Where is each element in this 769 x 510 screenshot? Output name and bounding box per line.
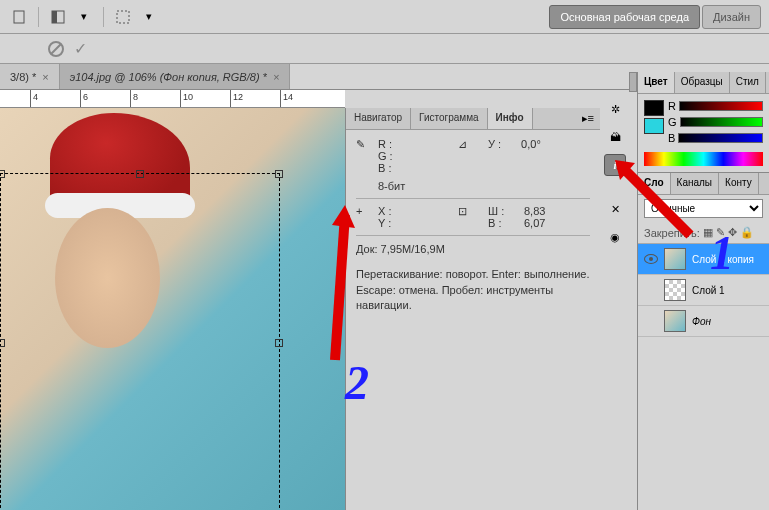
ruler-tick: 14 xyxy=(280,90,293,108)
mini-toolbar: ✲ 🏔 i ✕ ◉ xyxy=(600,92,630,254)
g-label: G : xyxy=(378,150,398,162)
svg-rect-2 xyxy=(52,11,57,23)
tools-icon[interactable]: ✕ xyxy=(604,198,626,220)
confirm-icon[interactable]: ✓ xyxy=(74,39,87,58)
y-label: Y : xyxy=(378,217,398,229)
layers-panel: Сло Каналы Конту Обычные Закрепить: ▦ ✎ … xyxy=(638,173,769,337)
info-icon[interactable]: i xyxy=(604,154,626,176)
svg-rect-3 xyxy=(117,11,129,23)
divider xyxy=(356,198,590,199)
workspace-main-button[interactable]: Основная рабочая среда xyxy=(549,5,700,29)
clone-icon[interactable]: ◉ xyxy=(604,226,626,248)
tab-channels[interactable]: Каналы xyxy=(671,173,720,194)
b-slider[interactable] xyxy=(678,133,763,143)
dropdown-icon[interactable]: ▾ xyxy=(73,6,95,28)
layer-row[interactable]: Слой 1 копия xyxy=(638,244,769,275)
layout-icon-1[interactable] xyxy=(47,6,69,28)
tab-color[interactable]: Цвет xyxy=(638,72,675,93)
visibility-icon[interactable] xyxy=(644,254,658,264)
transform-handle[interactable] xyxy=(275,170,283,178)
angle-icon: ⊿ xyxy=(458,138,476,174)
tab-info[interactable]: Инфо xyxy=(488,108,533,129)
layer-name: Слой 1 xyxy=(692,285,725,296)
angle-label: У : xyxy=(488,138,501,174)
doc-size: Док: 7,95M/16,9M xyxy=(356,242,590,257)
r-label: R : xyxy=(378,138,398,150)
annotation-number-2: 2 xyxy=(345,355,369,410)
hint-text: Перетаскивание: поворот. Enter: выполнен… xyxy=(356,267,590,313)
info-panel: Навигатор Гистограмма Инфо ▸≡ ✎ R : G : … xyxy=(345,108,600,510)
r-slider-label: R xyxy=(668,100,676,112)
x-label: X : xyxy=(378,205,398,217)
mountain-icon[interactable]: 🏔 xyxy=(604,126,626,148)
panel-menu-icon[interactable]: ▸≡ xyxy=(576,108,600,129)
b-label: B : xyxy=(378,162,398,174)
angle-value: 0,0° xyxy=(521,138,541,174)
tab-navigator[interactable]: Навигатор xyxy=(346,108,411,129)
ruler-tick: 6 xyxy=(80,90,88,108)
tab-layers[interactable]: Сло xyxy=(638,173,671,194)
r-slider[interactable] xyxy=(679,101,763,111)
file-icon[interactable] xyxy=(8,6,30,28)
layer-thumbnail xyxy=(664,310,686,332)
blend-mode-select[interactable]: Обычные xyxy=(644,199,763,218)
lock-label: Закрепить: xyxy=(644,227,700,239)
transform-handle[interactable] xyxy=(0,339,5,347)
cancel-icon[interactable] xyxy=(48,41,64,57)
w-label: Ш : xyxy=(488,205,508,217)
layer-name: Фон xyxy=(692,316,711,327)
document-tab-1[interactable]: 3/8) * × xyxy=(0,64,60,89)
h-label: В : xyxy=(488,217,508,229)
close-icon[interactable]: × xyxy=(273,71,279,83)
close-icon[interactable]: × xyxy=(42,71,48,83)
canvas[interactable] xyxy=(0,108,345,510)
ruler-tick: 12 xyxy=(230,90,243,108)
divider xyxy=(103,7,104,27)
image-content xyxy=(0,108,345,510)
transform-selection[interactable] xyxy=(0,173,280,510)
compass-icon[interactable]: ✲ xyxy=(604,98,626,120)
annotation-number-1: 1 xyxy=(710,225,734,280)
ruler-tick: 10 xyxy=(180,90,193,108)
svg-rect-0 xyxy=(14,11,24,23)
ruler-tick: 4 xyxy=(30,90,38,108)
foreground-swatch[interactable] xyxy=(644,100,664,116)
tab-styles[interactable]: Стил xyxy=(730,72,766,93)
g-slider-label: G xyxy=(668,116,677,128)
tab-label: 3/8) * xyxy=(10,71,36,83)
dropdown-icon[interactable]: ▾ xyxy=(138,6,160,28)
tab-histogram[interactable]: Гистограмма xyxy=(411,108,488,129)
layer-thumbnail xyxy=(664,248,686,270)
workspace-design-button[interactable]: Дизайн xyxy=(702,5,761,29)
collapse-handle[interactable] xyxy=(629,72,637,92)
layout-icon-2[interactable] xyxy=(112,6,134,28)
background-swatch[interactable] xyxy=(644,118,664,134)
layer-row[interactable]: Фон xyxy=(638,306,769,337)
tab-paths[interactable]: Конту xyxy=(719,173,759,194)
h-value: 6,07 xyxy=(524,217,574,229)
document-tab-2[interactable]: э104.jpg @ 106% (Фон копия, RGB/8) * × xyxy=(60,64,291,89)
layer-thumbnail xyxy=(664,279,686,301)
divider xyxy=(356,235,590,236)
b-slider-label: B xyxy=(668,132,675,144)
eyedropper-icon: ✎ xyxy=(356,138,374,174)
layer-row[interactable]: Слой 1 xyxy=(638,275,769,306)
bit-depth: 8-бит xyxy=(378,180,590,192)
tab-swatches[interactable]: Образцы xyxy=(675,72,730,93)
dimensions-icon: ⊡ xyxy=(458,205,476,229)
horizontal-ruler: 4 6 8 10 12 14 xyxy=(0,90,345,108)
tab-label: э104.jpg @ 106% (Фон копия, RGB/8) * xyxy=(70,71,267,83)
ruler-tick: 8 xyxy=(130,90,138,108)
w-value: 8,83 xyxy=(524,205,574,217)
transform-handle[interactable] xyxy=(0,170,5,178)
divider xyxy=(38,7,39,27)
transform-handle[interactable] xyxy=(136,170,144,178)
spectrum-bar[interactable] xyxy=(644,152,763,166)
g-slider[interactable] xyxy=(680,117,763,127)
crosshair-icon: + xyxy=(356,205,374,229)
color-panel: Цвет Образцы Стил R G B xyxy=(638,72,769,173)
lock-all-icon[interactable]: 🔒 xyxy=(740,226,754,239)
transform-handle[interactable] xyxy=(275,339,283,347)
